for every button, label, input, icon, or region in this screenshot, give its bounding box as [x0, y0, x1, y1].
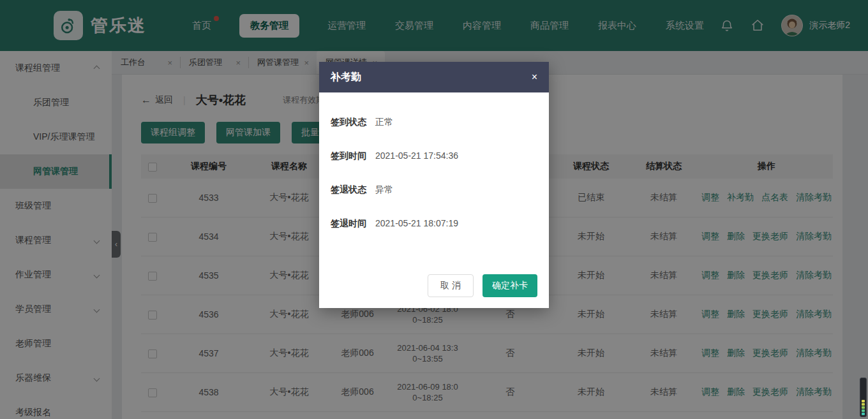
scrollbar-stripe	[862, 406, 865, 409]
field-label: 签退状态	[331, 184, 366, 196]
modal-body: 签到状态正常签到时间2021-05-21 17:54:36签退状态异常签退时间2…	[319, 92, 549, 274]
field-value: 2021-05-21 18:07:19	[375, 218, 458, 230]
attendance-modal: 补考勤 × 签到状态正常签到时间2021-05-21 17:54:36签退状态异…	[319, 62, 549, 308]
modal-field-2: 签退状态异常	[331, 184, 537, 196]
modal-field-3: 签退时间2021-05-21 18:07:19	[331, 218, 537, 230]
modal-header: 补考勤 ×	[319, 62, 549, 92]
field-value: 正常	[375, 117, 393, 128]
modal-title: 补考勤	[331, 71, 361, 84]
modal-field-0: 签到状态正常	[331, 117, 537, 128]
field-value: 异常	[375, 184, 393, 196]
confirm-button[interactable]: 确定补卡	[483, 274, 537, 297]
close-icon[interactable]: ×	[532, 71, 537, 83]
field-value: 2021-05-21 17:54:36	[375, 151, 458, 162]
field-label: 签退时间	[331, 218, 366, 230]
field-label: 签到状态	[331, 117, 366, 128]
modal-footer: 取 消 确定补卡	[319, 274, 549, 308]
scrollbar-thumb[interactable]	[860, 378, 867, 417]
modal-field-1: 签到时间2021-05-21 17:54:36	[331, 151, 537, 162]
scrollbar-stripe	[862, 413, 865, 415]
scrollbar-stripe	[862, 400, 865, 402]
scrollbar-stripe	[862, 403, 865, 406]
cancel-button[interactable]: 取 消	[428, 274, 474, 297]
scrollbar-stripe	[862, 409, 865, 412]
screen: 管乐迷 首页教务管理运营管理交易管理内容管理商品管理报表中心系统设置 演示老师2	[0, 0, 868, 419]
field-label: 签到时间	[331, 151, 366, 162]
